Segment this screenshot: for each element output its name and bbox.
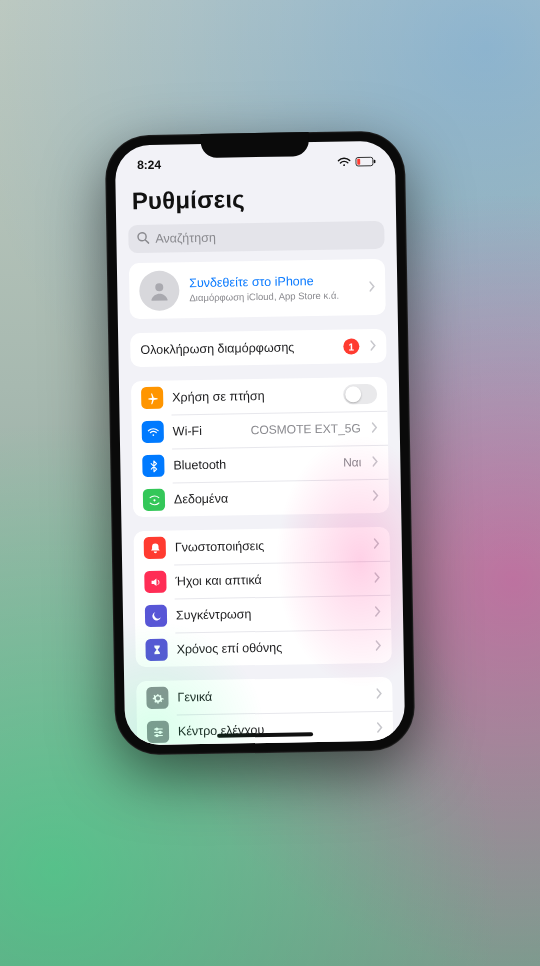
finish-setup-label: Ολοκλήρωση διαμόρφωσης: [140, 340, 334, 357]
wifi-icon: [142, 421, 164, 443]
search-placeholder: Αναζήτηση: [155, 231, 216, 246]
airplane-toggle[interactable]: [343, 384, 377, 405]
sounds-label: Ήχοι και απτικά: [175, 571, 363, 588]
general-label: Γενικά: [177, 687, 365, 704]
svg-point-9: [159, 731, 161, 733]
airplane-icon: [141, 387, 163, 409]
chevron-right-icon: [372, 419, 378, 437]
focus-row[interactable]: Συγκέντρωση: [135, 595, 392, 633]
wifi-value: COSMOTE EXT_5G: [251, 421, 361, 437]
status-icons: [337, 155, 377, 167]
bluetooth-icon: [142, 455, 164, 477]
page-title: Ρυθμίσεις: [132, 183, 380, 215]
notifications-row[interactable]: Γνωστοποιήσεις: [134, 527, 391, 565]
bluetooth-row[interactable]: Bluetooth Ναι: [132, 445, 389, 483]
svg-point-5: [155, 283, 163, 291]
device-notch: [201, 132, 309, 158]
svg-point-8: [155, 728, 157, 730]
chevron-right-icon: [373, 487, 379, 505]
chevron-right-icon: [369, 278, 375, 296]
finish-setup-group: Ολοκλήρωση διαμόρφωσης 1: [130, 329, 387, 367]
sliders-icon: [147, 721, 169, 743]
svg-point-6: [152, 434, 154, 436]
attention-group: Γνωστοποιήσεις Ήχοι και απτικά Συγκέντ: [134, 527, 392, 667]
svg-point-0: [343, 164, 345, 166]
search-input[interactable]: Αναζήτηση: [128, 221, 384, 253]
finish-setup-badge: 1: [343, 338, 359, 354]
connectivity-group: Χρήση σε πτήση Wi-Fi COSMOTE EXT_5G: [131, 377, 389, 517]
bluetooth-value: Ναι: [343, 455, 362, 469]
svg-point-7: [153, 499, 155, 501]
cellular-row[interactable]: Δεδομένα: [133, 479, 390, 517]
airplane-row[interactable]: Χρήση σε πτήση: [131, 377, 388, 415]
signin-row[interactable]: Συνδεθείτε στο iPhone Διαμόρφωση iCloud,…: [129, 259, 386, 319]
signin-text: Συνδεθείτε στο iPhone Διαμόρφωση iCloud,…: [189, 274, 357, 304]
gear-icon: [146, 687, 168, 709]
avatar: [139, 270, 180, 311]
cellular-icon: [143, 489, 165, 511]
bell-icon: [144, 537, 166, 559]
signin-group: Συνδεθείτε στο iPhone Διαμόρφωση iCloud,…: [129, 259, 386, 319]
page-title-row: Ρυθμίσεις: [115, 177, 396, 222]
svg-rect-2: [374, 159, 376, 162]
chevron-right-icon: [376, 685, 382, 703]
general-row[interactable]: Γενικά: [136, 677, 393, 715]
airplane-label: Χρήση σε πτήση: [172, 388, 334, 405]
bluetooth-label: Bluetooth: [173, 456, 334, 473]
screentime-label: Χρόνος επί οθόνης: [176, 639, 364, 656]
notifications-label: Γνωστοποιήσεις: [175, 537, 363, 554]
chevron-right-icon: [374, 569, 380, 587]
cellular-label: Δεδομένα: [174, 489, 362, 506]
wifi-label: Wi-Fi: [173, 423, 242, 438]
chevron-right-icon: [375, 637, 381, 655]
chevron-right-icon: [370, 337, 376, 355]
status-time: 8:24: [137, 158, 161, 172]
hourglass-icon: [145, 639, 167, 661]
screentime-row[interactable]: Χρόνος επί οθόνης: [135, 629, 392, 667]
controlcenter-row[interactable]: Κέντρο ελέγχου: [137, 711, 394, 746]
svg-point-10: [155, 734, 157, 736]
chevron-right-icon: [377, 719, 383, 737]
sounds-row[interactable]: Ήχοι και απτικά: [134, 561, 391, 599]
focus-label: Συγκέντρωση: [176, 605, 364, 622]
svg-rect-3: [357, 158, 360, 164]
finish-setup-row[interactable]: Ολοκλήρωση διαμόρφωσης 1: [130, 329, 387, 367]
search-icon: [136, 231, 149, 247]
wifi-row[interactable]: Wi-Fi COSMOTE EXT_5G: [131, 411, 388, 449]
wifi-status-icon: [337, 156, 351, 167]
screen: 8:24 Ρ: [115, 141, 405, 746]
chevron-right-icon: [372, 453, 378, 471]
phone-frame: 8:24 Ρ: [105, 130, 416, 755]
speaker-icon: [144, 571, 166, 593]
signin-secondary: Διαμόρφωση iCloud, App Store κ.ά.: [189, 289, 357, 304]
moon-icon: [145, 605, 167, 627]
chevron-right-icon: [374, 535, 380, 553]
display-row[interactable]: Οθόνη και Φωτεινότητα: [137, 745, 394, 746]
battery-status-icon: [355, 155, 377, 166]
chevron-right-icon: [375, 603, 381, 621]
